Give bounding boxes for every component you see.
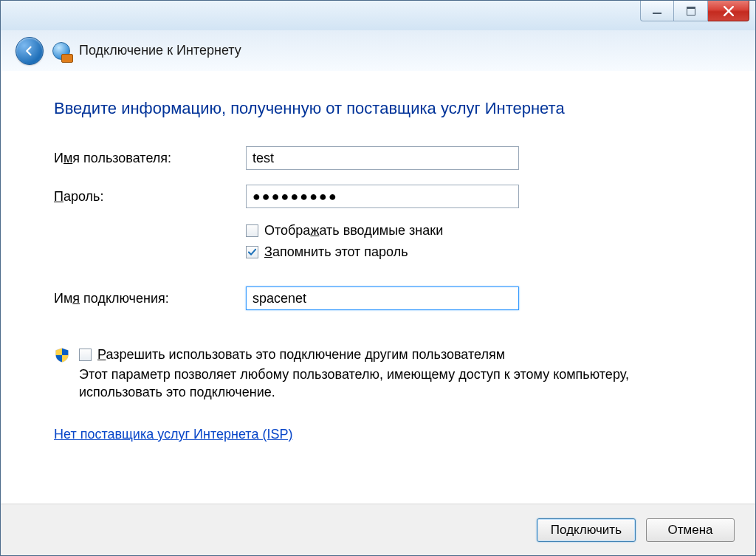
password-input[interactable] (246, 185, 519, 208)
username-row: Имя пользователя: (54, 146, 711, 170)
remember-password-row: Запомнить этот пароль (246, 244, 711, 260)
close-icon (724, 6, 734, 16)
titlebar (1, 1, 755, 31)
wizard-window: Подключение к Интернету Введите информац… (0, 0, 756, 556)
no-isp-link-wrap: Нет поставщика услуг Интернета (ISP) (54, 427, 711, 442)
allow-other-users-block: Разрешить использовать это подключение д… (54, 347, 711, 402)
back-button[interactable] (16, 37, 44, 65)
caption-buttons (640, 1, 749, 21)
minimize-button[interactable] (640, 1, 674, 21)
username-label: Имя пользователя: (54, 151, 246, 166)
connection-name-input[interactable] (246, 286, 519, 310)
username-input[interactable] (246, 146, 519, 170)
password-row: Пароль: (54, 185, 711, 208)
allow-other-users-row: Разрешить использовать это подключение д… (79, 347, 711, 363)
remember-password-checkbox[interactable] (246, 246, 258, 258)
password-label: Пароль: (54, 189, 246, 205)
wizard-footer: Подключить Отмена (1, 504, 755, 555)
back-arrow-icon (23, 44, 36, 58)
allow-other-users-checkbox[interactable] (79, 349, 92, 361)
allow-other-users-description: Этот параметр позволяет любому пользоват… (79, 365, 711, 402)
show-chars-row: Отображать вводимые знаки (246, 223, 711, 238)
wizard-header: Подключение к Интернету (1, 30, 755, 72)
instruction-heading: Введите информацию, полученную от постав… (54, 99, 711, 118)
close-button[interactable] (708, 1, 749, 21)
maximize-button[interactable] (674, 1, 708, 21)
internet-connection-icon (52, 42, 70, 60)
wizard-content: Введите информацию, полученную от постав… (1, 71, 755, 504)
allow-other-users-label: Разрешить использовать это подключение д… (97, 347, 505, 363)
show-chars-checkbox[interactable] (246, 224, 258, 237)
connection-name-row: Имя подключения: (54, 286, 711, 310)
connect-button[interactable]: Подключить (537, 518, 636, 542)
uac-shield-icon (54, 347, 70, 363)
remember-password-label: Запомнить этот пароль (264, 244, 408, 260)
connection-name-label: Имя подключения: (54, 291, 246, 306)
show-chars-label: Отображать вводимые знаки (264, 223, 443, 238)
cancel-button[interactable]: Отмена (646, 518, 735, 542)
no-isp-link[interactable]: Нет поставщика услуг Интернета (ISP) (54, 427, 292, 442)
wizard-title: Подключение к Интернету (79, 43, 241, 58)
